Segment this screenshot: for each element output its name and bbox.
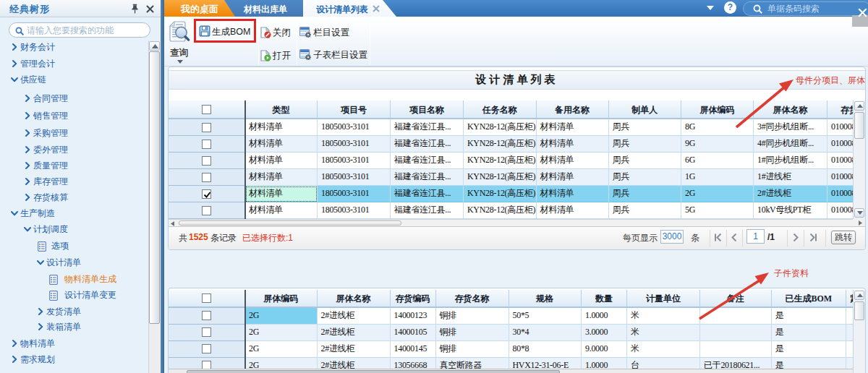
cell[interactable]: 30*4 xyxy=(509,325,582,341)
close-button[interactable]: 关闭 xyxy=(260,26,293,38)
column-header[interactable]: 计量单位 xyxy=(627,290,700,308)
cell[interactable]: 1805003-3101 xyxy=(318,153,391,169)
cell[interactable]: 周兵 xyxy=(609,119,682,136)
cell[interactable]: 1805003-3101 xyxy=(318,119,391,136)
sidebar-scroll-thumb[interactable] xyxy=(149,51,160,324)
tree-item-14[interactable]: 设计清单 xyxy=(0,254,148,270)
cell[interactable]: 是 xyxy=(772,308,847,325)
cell[interactable]: 材料清单 xyxy=(537,202,609,219)
hscroll-thumb[interactable] xyxy=(187,370,560,373)
tree-item-9[interactable]: 库存管理 xyxy=(0,173,148,189)
column-header[interactable]: 紧 xyxy=(846,290,853,308)
column-header[interactable]: 备注 xyxy=(700,290,772,308)
cell[interactable]: 2G xyxy=(245,341,318,358)
cell[interactable]: 1#同步机组断... xyxy=(754,153,827,169)
cell[interactable]: 010008 xyxy=(827,202,853,219)
row-checkbox[interactable] xyxy=(202,140,211,149)
cell[interactable]: 材料清单 xyxy=(537,153,609,169)
tree-item-20[interactable]: 需求规划 xyxy=(0,351,148,367)
cell[interactable] xyxy=(700,325,772,341)
subtable-column-settings-button[interactable]: 子表栏目设置 xyxy=(299,48,379,61)
cell[interactable]: 是 xyxy=(772,325,847,341)
cell[interactable]: 周兵 xyxy=(609,169,682,186)
select-all-checkbox[interactable] xyxy=(202,105,211,114)
scroll-thumb[interactable] xyxy=(854,301,864,320)
tree-item-19[interactable]: 物料清单 xyxy=(0,335,148,351)
column-header[interactable]: 类型 xyxy=(245,100,318,119)
cell[interactable]: 材料清单 xyxy=(245,136,318,153)
detail-table-hscrollbar[interactable] xyxy=(169,369,853,373)
column-header[interactable]: 项目名称 xyxy=(391,100,464,119)
cell[interactable]: 14000145 xyxy=(391,341,436,358)
column-header[interactable]: 项目号 xyxy=(318,100,391,119)
cell[interactable]: 2#进线柜 xyxy=(754,186,827,202)
column-header[interactable]: 屏体名称 xyxy=(754,100,827,119)
floating-close-icon[interactable] xyxy=(858,8,867,17)
cell[interactable]: 1805003-3101 xyxy=(318,202,391,219)
jump-button[interactable]: 跳转 xyxy=(831,231,856,244)
cell[interactable] xyxy=(700,308,772,325)
cell[interactable]: 米 xyxy=(627,325,700,341)
cell[interactable]: 6G xyxy=(681,153,754,169)
column-header[interactable]: 任务名称 xyxy=(464,100,537,119)
hscroll-thumb[interactable] xyxy=(179,220,401,226)
cell[interactable]: 4#同步机组断... xyxy=(754,136,827,153)
cell[interactable]: 铜排 xyxy=(436,325,509,341)
cell[interactable]: 周兵 xyxy=(609,202,682,219)
cell[interactable]: 材料清单 xyxy=(245,119,318,136)
cell[interactable]: KYN28-12(高压柜) xyxy=(464,119,537,136)
cell[interactable]: 14000105 xyxy=(391,325,436,341)
cell[interactable]: 1G xyxy=(681,169,754,186)
tab-design-list[interactable]: 设计清单列表 xyxy=(303,0,396,17)
scroll-down-icon[interactable] xyxy=(854,208,864,218)
cell[interactable]: 50*5 xyxy=(509,308,582,325)
cell[interactable]: 2#进线柜 xyxy=(318,341,391,358)
column-header[interactable]: 已生成BOM xyxy=(772,290,847,308)
cell[interactable]: 材料清单 xyxy=(245,186,318,202)
tree-item-17[interactable]: 发货清单 xyxy=(0,304,148,320)
scroll-left-icon[interactable] xyxy=(171,221,174,226)
tab-my-desktop[interactable]: 我的桌面 xyxy=(164,0,235,17)
column-header[interactable]: 制单人 xyxy=(609,100,682,119)
cell[interactable]: 3.0000 xyxy=(582,325,627,341)
cell[interactable]: 材料清单 xyxy=(245,202,318,219)
cell[interactable]: 80*8 xyxy=(509,341,582,358)
cell[interactable]: 2G xyxy=(681,186,754,202)
column-settings-button[interactable]: 栏目设置 xyxy=(299,26,357,38)
cell[interactable]: 8G xyxy=(681,119,754,136)
row-checkbox[interactable] xyxy=(202,123,211,132)
current-page-input[interactable]: 1 xyxy=(746,229,765,244)
cell[interactable] xyxy=(846,308,853,325)
column-header[interactable]: 存货名称 xyxy=(436,290,509,308)
cell[interactable]: 材料清单 xyxy=(537,136,609,153)
sidebar-scrollbar[interactable] xyxy=(148,40,161,373)
cell[interactable]: 1805003-3101 xyxy=(318,136,391,153)
cell[interactable]: 10kV母线PT柜 xyxy=(754,202,827,219)
cell[interactable]: 米 xyxy=(627,308,700,325)
cell[interactable]: 2#进线柜 xyxy=(318,325,391,341)
cell[interactable]: 福建省连江县... xyxy=(391,153,464,169)
cell[interactable]: KYN28-12(高压柜) xyxy=(464,153,537,169)
cell[interactable]: 是 xyxy=(772,341,847,358)
row-checkbox[interactable] xyxy=(202,311,211,320)
cell[interactable]: 2#进线柜 xyxy=(318,308,391,325)
tree-item-12[interactable]: 计划调度 xyxy=(0,221,148,237)
column-header[interactable]: 数量 xyxy=(582,290,627,308)
cell[interactable]: 010008 xyxy=(827,136,853,153)
scroll-up-icon[interactable] xyxy=(854,291,864,300)
tree-item-10[interactable]: 存货核算 xyxy=(0,189,148,205)
tree-item-16[interactable]: 设计清单变更 xyxy=(0,287,148,303)
cell[interactable] xyxy=(700,341,772,358)
tree-item-5[interactable]: 销售管理 xyxy=(0,108,148,124)
cell[interactable] xyxy=(846,341,853,358)
master-table-hscrollbar[interactable] xyxy=(169,219,853,226)
first-page-icon[interactable] xyxy=(714,233,722,241)
cell[interactable]: 福建省连江县... xyxy=(391,119,464,136)
cell[interactable]: 010008 xyxy=(827,186,853,202)
column-header[interactable]: 存货编码 xyxy=(827,100,853,119)
topbar-dropdown-caret-icon[interactable] xyxy=(707,6,714,10)
cell[interactable]: 福建省连江县... xyxy=(391,136,464,153)
cell[interactable]: 材料清单 xyxy=(245,169,318,186)
cell[interactable]: 3#同步机组断... xyxy=(754,119,827,136)
cell[interactable]: KYN28-12(高压柜) xyxy=(464,202,537,219)
